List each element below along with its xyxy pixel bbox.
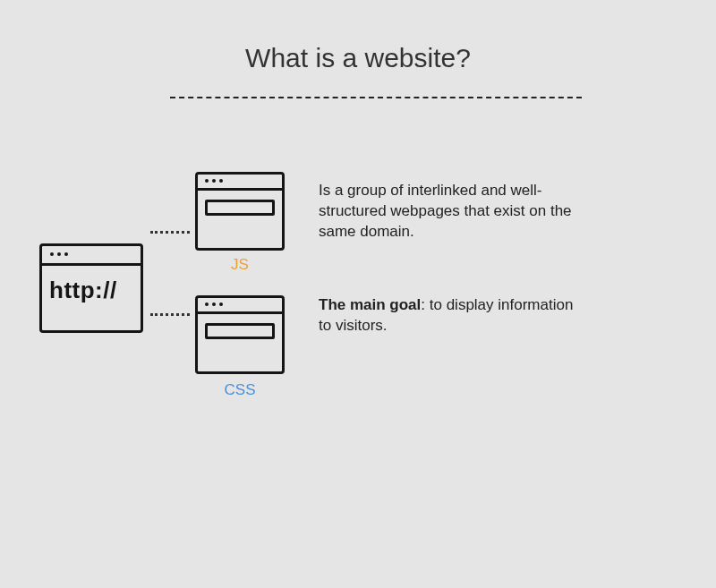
browser-window-main-icon: http:// bbox=[39, 243, 143, 333]
main-goal-bold: The main goal bbox=[319, 296, 421, 313]
connector-top bbox=[150, 231, 190, 234]
page-title: What is a website? bbox=[0, 43, 716, 73]
connector-bottom bbox=[150, 313, 190, 316]
description-paragraph-2: The main goal: to display information to… bbox=[319, 295, 578, 337]
http-text: http:// bbox=[49, 277, 117, 304]
css-label: CSS bbox=[195, 381, 285, 399]
browser-window-css-icon bbox=[195, 295, 285, 374]
js-label: JS bbox=[195, 256, 285, 274]
description-paragraph-1: Is a group of interlinked and well-struc… bbox=[319, 181, 578, 243]
browser-window-js-icon bbox=[195, 172, 285, 251]
divider bbox=[170, 97, 582, 98]
